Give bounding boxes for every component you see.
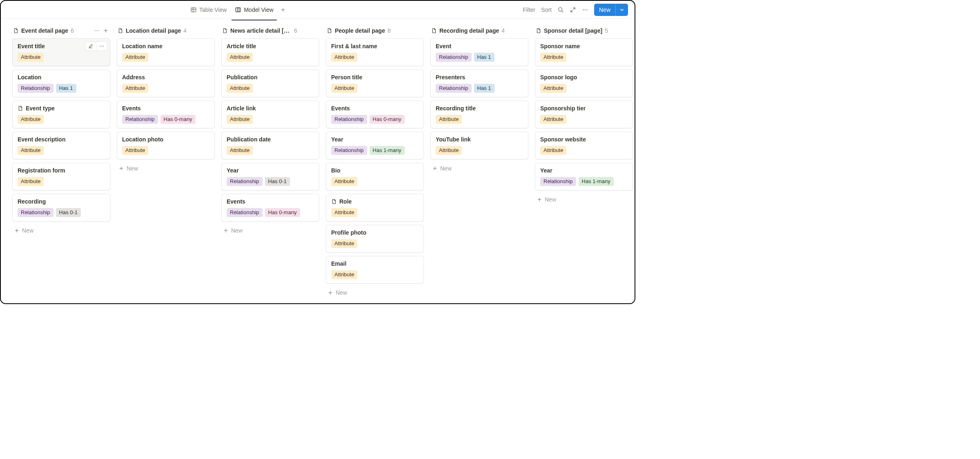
tag-has0many: Has 0-many: [160, 115, 196, 124]
card[interactable]: EventRelationshipHas 1: [430, 38, 528, 66]
card-tags: Attribute: [436, 115, 523, 124]
more-button[interactable]: [582, 7, 588, 13]
tag-has0many: Has 0-many: [370, 115, 405, 124]
card-more-button[interactable]: [96, 42, 107, 51]
card[interactable]: EmailAttribute: [326, 256, 424, 284]
new-button[interactable]: New: [594, 4, 628, 16]
card[interactable]: Event descriptionAttribute: [12, 132, 110, 159]
add-card-button[interactable]: New: [12, 225, 110, 236]
card-title: Sponsor logo: [540, 74, 628, 81]
card[interactable]: AddressAttribute: [117, 69, 215, 97]
card-title-row: Article link: [227, 105, 314, 112]
tag-attribute: Attribute: [331, 270, 357, 279]
card[interactable]: Publication dateAttribute: [221, 132, 319, 159]
tag-attribute: Attribute: [122, 53, 148, 62]
tag-attribute: Attribute: [436, 146, 462, 155]
expand-button[interactable]: [570, 7, 576, 13]
card[interactable]: RecordingRelationshipHas 0-1: [12, 194, 110, 222]
card[interactable]: EventsRelationshipHas 0-many: [326, 101, 424, 128]
card-title-row: Presenters: [436, 74, 523, 81]
column-more-button[interactable]: [93, 27, 100, 34]
sort-button[interactable]: Sort: [541, 7, 552, 13]
tag-attribute: Attribute: [331, 208, 357, 217]
card[interactable]: YouTube linkAttribute: [430, 132, 528, 159]
card-title: YouTube link: [436, 136, 523, 143]
add-view-button[interactable]: [278, 5, 287, 14]
card-title-row: Event type: [18, 105, 105, 112]
add-card-button[interactable]: New: [221, 225, 319, 236]
card[interactable]: Location photoAttribute: [117, 132, 215, 159]
card-tags: Attribute: [331, 239, 419, 248]
search-icon: [557, 7, 564, 13]
tab-model-view[interactable]: Model View: [232, 4, 276, 16]
card-title-row: Year: [540, 167, 628, 174]
new-button-caret[interactable]: [615, 4, 628, 16]
card[interactable]: Sponsor websiteAttribute: [535, 132, 633, 159]
filter-button[interactable]: Filter: [523, 7, 535, 13]
card[interactable]: Event titleAttribute: [12, 38, 110, 66]
card-title: Sponsor name: [540, 43, 628, 49]
page-icon: [222, 28, 228, 34]
page-icon: [331, 199, 337, 204]
card[interactable]: Person titleAttribute: [326, 69, 424, 97]
tab-table-view[interactable]: Table View: [187, 4, 230, 16]
column-header[interactable]: Location detail page4: [117, 25, 215, 38]
card[interactable]: Sponsorship tierAttribute: [535, 101, 633, 128]
card[interactable]: RoleAttribute: [326, 194, 424, 222]
card[interactable]: Registration formAttribute: [12, 163, 110, 190]
tag-relationship: Relationship: [227, 208, 263, 217]
card-tags: Attribute: [122, 84, 209, 93]
card-tags: Attribute: [331, 53, 419, 62]
card[interactable]: LocationRelationshipHas 1: [12, 69, 110, 97]
card[interactable]: First & last nameAttribute: [326, 38, 424, 66]
column-header[interactable]: News article detail [p…6: [221, 25, 319, 38]
board: Event detail page6Event titleAttributeLo…: [1, 19, 635, 303]
card[interactable]: Recording titleAttribute: [430, 101, 528, 128]
card[interactable]: Sponsor logoAttribute: [535, 69, 633, 97]
card-title-row: First & last name: [331, 43, 419, 49]
card[interactable]: EventsRelationshipHas 0-many: [221, 194, 319, 222]
column-header[interactable]: Recording detail page4: [430, 25, 528, 38]
card-title-row: Event: [436, 43, 523, 49]
card-tags: Attribute: [122, 146, 209, 155]
tag-attribute: Attribute: [331, 239, 357, 248]
add-card-button[interactable]: New: [535, 194, 633, 205]
card[interactable]: Profile photoAttribute: [326, 225, 424, 253]
svg-point-22: [101, 46, 102, 47]
board-column: People detail page8First & last nameAttr…: [326, 25, 424, 298]
tag-attribute: Attribute: [540, 84, 566, 93]
card[interactable]: EventsRelationshipHas 0-many: [117, 101, 215, 128]
column-add-button[interactable]: [102, 27, 109, 34]
card[interactable]: Location nameAttribute: [117, 38, 215, 66]
add-card-button[interactable]: New: [117, 163, 215, 174]
card[interactable]: PresentersRelationshipHas 1: [430, 69, 528, 97]
card[interactable]: Sponsor nameAttribute: [535, 38, 633, 66]
plus-icon: [118, 166, 124, 171]
svg-point-8: [558, 7, 562, 11]
page-icon: [13, 28, 19, 34]
card-edit-button[interactable]: [85, 42, 96, 51]
card[interactable]: Event typeAttribute: [12, 101, 110, 128]
tag-has01: Has 0-1: [265, 177, 290, 186]
card-hover-controls: [85, 41, 107, 51]
card[interactable]: YearRelationshipHas 0-1: [221, 163, 319, 190]
card-tags: Attribute: [18, 115, 105, 124]
column-header[interactable]: People detail page8: [326, 25, 424, 38]
card[interactable]: Article titleAttribute: [221, 38, 319, 66]
card[interactable]: YearRelationshipHas 1-many: [326, 132, 424, 159]
tag-attribute: Attribute: [122, 146, 148, 155]
board-column: Event detail page6Event titleAttributeLo…: [12, 25, 110, 236]
page-icon: [18, 105, 23, 111]
search-button[interactable]: [557, 7, 564, 13]
tag-relationship: Relationship: [122, 115, 158, 124]
column-header[interactable]: Sponsor detail [page]5: [535, 25, 633, 38]
card[interactable]: PublicationAttribute: [221, 69, 319, 97]
add-card-button[interactable]: New: [430, 163, 528, 174]
column-header[interactable]: Event detail page6: [12, 25, 110, 38]
card[interactable]: Article linkAttribute: [221, 101, 319, 128]
more-icon: [99, 43, 105, 49]
card[interactable]: BioAttribute: [326, 163, 424, 190]
add-card-button[interactable]: New: [326, 287, 424, 298]
card[interactable]: YearRelationshipHas 1-many: [535, 163, 633, 190]
card-tags: RelationshipHas 0-many: [227, 208, 314, 217]
